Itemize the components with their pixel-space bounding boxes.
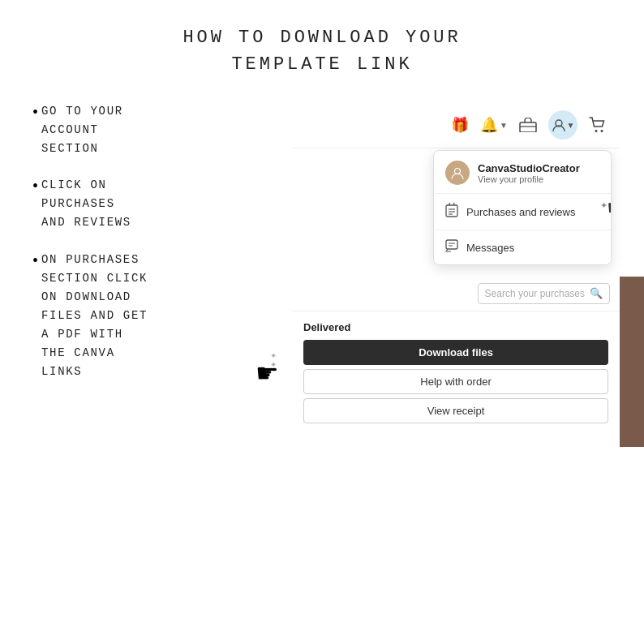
messages-item[interactable]: Messages [434,230,611,264]
bullet-1: • [32,104,38,120]
nav-bar: 🎁 🔔▼ ▼ [292,102,620,148]
messages-label: Messages [466,242,514,254]
svg-rect-0 [520,122,536,132]
dropdown-header: CanvaStudioCreator View your profile [434,151,611,194]
accent-bar [620,277,644,447]
delivered-label: Delivered [303,321,608,333]
bullet-3: • [32,252,38,268]
search-placeholder-text: Search your purchases [485,288,585,299]
username: CanvaStudioCreator [478,162,580,174]
profile-link[interactable]: View your profile [478,174,580,184]
svg-rect-6 [446,205,457,217]
delivered-section: Delivered Download files Help with order… [292,311,620,433]
clipboard-icon [445,203,458,221]
hand-cursor-1: ✦ ☛ [607,195,612,221]
search-icon: 🔍 [590,287,603,300]
instruction-step3: • ON PURCHASESSECTION CLICKON DOWNLOADFI… [32,251,276,382]
instruction-text-3: ON PURCHASESSECTION CLICKON DOWNLOADFILE… [41,251,148,382]
main-content: • GO TO YOURACCOUNTSECTION • CLICK ONPUR… [24,102,620,433]
dropdown-arrow [564,150,578,151]
chat-icon [445,239,458,255]
bullet-2: • [32,178,38,194]
purchases-reviews-label: Purchases and reviews [466,206,575,218]
search-input-wrapper[interactable]: Search your purchases 🔍 [478,283,610,304]
search-bar: Search your purchases 🔍 [292,277,620,311]
gift-icon: 🎁 [451,116,469,134]
action-buttons: Download files Help with order View rece… [303,340,608,423]
page-title-line1: HOW TO DOWNLOAD YOUR [24,24,620,51]
instruction-text-1: GO TO YOURACCOUNTSECTION [41,102,123,158]
purchases-reviews-item[interactable]: Purchases and reviews ✦ ☛ [434,194,611,230]
hand-cursor-2-wrapper: ✦ ✦ ☛ [255,358,279,389]
help-with-order-button[interactable]: Help with order [303,369,608,394]
bell-icon: 🔔▼ [480,116,508,134]
page-title-line2: TEMPLATE LINK [24,51,620,78]
svg-rect-10 [446,240,457,249]
dropdown-menu: CanvaStudioCreator View your profile [433,150,612,265]
download-files-button[interactable]: Download files [303,340,608,365]
package-icon [519,118,537,132]
ui-mockup: 🎁 🔔▼ ▼ [292,102,620,433]
page: HOW TO DOWNLOAD YOUR TEMPLATE LINK • GO … [0,0,644,644]
svg-point-3 [595,130,598,132]
instruction-step2: • CLICK ONPURCHASESAND REVIEWS [32,176,276,232]
avatar [445,161,470,185]
title-area: HOW TO DOWNLOAD YOUR TEMPLATE LINK [24,24,620,78]
view-receipt-button[interactable]: View receipt [303,398,608,423]
cart-icon [589,117,607,133]
purchases-wrapper: Search your purchases 🔍 Delivered Downlo… [292,277,620,433]
user-info: CanvaStudioCreator View your profile [478,162,580,184]
instructions-column: • GO TO YOURACCOUNTSECTION • CLICK ONPUR… [24,102,276,399]
instruction-text-2: CLICK ONPURCHASESAND REVIEWS [41,176,131,232]
instruction-step1: • GO TO YOURACCOUNTSECTION [32,102,276,158]
svg-point-4 [601,130,603,132]
user-icon-highlighted[interactable]: ▼ [548,110,577,140]
